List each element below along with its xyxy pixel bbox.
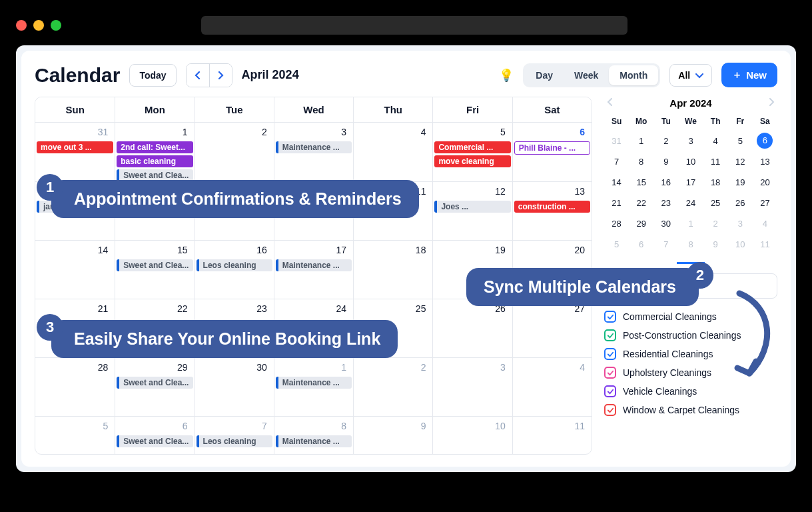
mini-day[interactable]: 16: [653, 174, 678, 191]
day-cell[interactable]: 26: [432, 299, 512, 357]
mini-day[interactable]: 9: [703, 236, 728, 253]
day-cell[interactable]: 2: [195, 123, 274, 181]
day-cell[interactable]: 9: [353, 416, 432, 455]
day-cell[interactable]: 7Leos cleaning: [195, 416, 274, 455]
mini-day[interactable]: 21: [604, 195, 629, 211]
event[interactable]: Joes ...: [434, 201, 510, 213]
mini-day[interactable]: 9: [653, 153, 678, 170]
mini-day[interactable]: 8: [629, 153, 653, 170]
mini-day[interactable]: 24: [678, 195, 703, 211]
mini-day[interactable]: 23: [653, 195, 678, 211]
mini-day[interactable]: 12: [728, 153, 753, 170]
event[interactable]: Leos cleaning: [197, 259, 272, 271]
mini-day[interactable]: 18: [703, 174, 728, 191]
day-cell[interactable]: 10: [432, 416, 512, 455]
event[interactable]: 2nd call: Sweet...: [117, 141, 193, 153]
mini-day[interactable]: 6: [757, 133, 773, 149]
next-month-button[interactable]: [209, 64, 232, 87]
day-cell[interactable]: 14: [35, 240, 115, 299]
checkbox-icon[interactable]: [604, 329, 616, 341]
event[interactable]: Leos cleaning: [197, 435, 272, 447]
mini-day[interactable]: 30: [653, 215, 678, 232]
mini-day[interactable]: 31: [604, 133, 629, 149]
day-cell[interactable]: 12Joes ...: [432, 181, 512, 240]
event[interactable]: Sweet and Clea...: [117, 259, 193, 271]
mini-day[interactable]: 4: [753, 215, 777, 232]
checkbox-icon[interactable]: [604, 385, 616, 397]
day-cell[interactable]: 27: [512, 299, 592, 357]
view-week[interactable]: Week: [564, 65, 609, 85]
event[interactable]: Maintenance ...: [276, 377, 352, 389]
view-day[interactable]: Day: [525, 65, 564, 85]
mini-day[interactable]: 1: [629, 133, 653, 149]
day-cell[interactable]: 3: [432, 357, 512, 416]
new-button[interactable]: ＋ New: [721, 63, 777, 87]
prev-month-button[interactable]: [187, 64, 209, 87]
day-cell[interactable]: 30: [195, 357, 274, 416]
day-cell[interactable]: 6Phill Blaine - ...: [512, 123, 592, 181]
event[interactable]: Commercial ...: [434, 141, 510, 153]
mini-day[interactable]: 10: [728, 236, 753, 253]
mini-day[interactable]: 4: [703, 133, 728, 149]
day-cell[interactable]: 29Sweet and Clea...: [115, 357, 194, 416]
day-cell[interactable]: 28: [35, 357, 115, 416]
event[interactable]: basic cleaning: [117, 155, 193, 167]
day-cell[interactable]: 5: [35, 416, 115, 455]
mini-day[interactable]: 7: [653, 236, 678, 253]
mini-next-icon[interactable]: [768, 97, 775, 109]
event[interactable]: Sweet and Clea...: [117, 435, 193, 447]
day-cell[interactable]: 11: [512, 416, 592, 455]
mini-day[interactable]: 28: [604, 215, 629, 232]
day-cell[interactable]: 3Maintenance ...: [274, 123, 353, 181]
mini-day[interactable]: 15: [629, 174, 653, 191]
checkbox-icon[interactable]: [604, 367, 616, 379]
close-window-icon[interactable]: [16, 20, 27, 31]
mini-day[interactable]: 10: [678, 153, 703, 170]
event[interactable]: construction ...: [514, 201, 590, 213]
mini-day[interactable]: 19: [728, 174, 753, 191]
checkbox-icon[interactable]: [604, 348, 616, 360]
filter-dropdown[interactable]: All: [669, 64, 712, 87]
lightbulb-icon[interactable]: 💡: [499, 68, 514, 83]
mini-day[interactable]: 29: [629, 215, 653, 232]
mini-day[interactable]: 3: [678, 133, 703, 149]
mini-day[interactable]: 20: [753, 174, 777, 191]
mini-day[interactable]: 11: [753, 236, 777, 253]
mini-day[interactable]: 6: [629, 236, 653, 253]
calendar-item[interactable]: Vehicle Cleanings: [604, 385, 777, 397]
day-cell[interactable]: 2: [353, 357, 432, 416]
checkbox-icon[interactable]: [604, 311, 616, 323]
day-cell[interactable]: 15Sweet and Clea...: [115, 240, 194, 299]
mini-day[interactable]: 27: [753, 195, 777, 211]
url-bar[interactable]: [201, 16, 627, 35]
day-cell[interactable]: 6Sweet and Clea...: [115, 416, 194, 455]
today-button[interactable]: Today: [129, 64, 176, 87]
view-month[interactable]: Month: [609, 65, 658, 85]
event[interactable]: Maintenance ...: [276, 141, 352, 153]
maximize-window-icon[interactable]: [51, 20, 61, 31]
mini-day[interactable]: 2: [653, 133, 678, 149]
mini-day[interactable]: 17: [678, 174, 703, 191]
day-cell[interactable]: 4: [512, 357, 592, 416]
day-cell[interactable]: 18: [353, 240, 432, 299]
mini-day[interactable]: 7: [604, 153, 629, 170]
mini-prev-icon[interactable]: [607, 97, 613, 109]
mini-day[interactable]: 5: [604, 236, 629, 253]
event[interactable]: move cleaning: [434, 155, 510, 167]
mini-day[interactable]: 14: [604, 174, 629, 191]
mini-day[interactable]: 5: [728, 133, 753, 149]
day-cell[interactable]: 8Maintenance ...: [274, 416, 353, 455]
checkbox-icon[interactable]: [604, 404, 616, 416]
mini-day[interactable]: 3: [728, 215, 753, 232]
mini-day[interactable]: 8: [678, 236, 703, 253]
day-cell[interactable]: 13construction ...: [512, 181, 592, 240]
mini-day[interactable]: 2: [703, 215, 728, 232]
day-cell[interactable]: 4: [353, 123, 432, 181]
mini-day[interactable]: 1: [678, 215, 703, 232]
event[interactable]: Sweet and Clea...: [117, 377, 193, 389]
day-cell[interactable]: 16Leos cleaning: [195, 240, 274, 299]
mini-day[interactable]: 22: [629, 195, 653, 211]
mini-day[interactable]: 13: [753, 153, 777, 170]
mini-day[interactable]: 11: [703, 153, 728, 170]
event[interactable]: Maintenance ...: [276, 435, 352, 447]
